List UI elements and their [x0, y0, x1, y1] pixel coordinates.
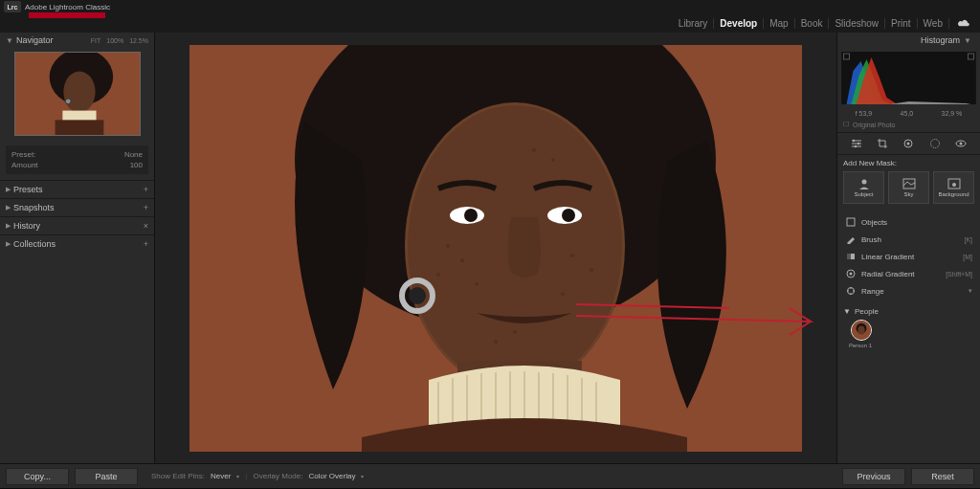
mask-background-button[interactable]: Background — [933, 171, 974, 204]
snapshots-label: Snapshots — [13, 203, 144, 212]
healing-icon[interactable] — [902, 137, 915, 150]
svg-point-11 — [464, 209, 478, 222]
chevron-right-icon: ▶ — [6, 204, 11, 211]
svg-point-59 — [850, 273, 853, 276]
linear-gradient-shortcut: [M] — [963, 254, 972, 260]
radial-gradient-icon — [845, 268, 857, 279]
svg-point-51 — [861, 180, 866, 185]
person-1-thumb[interactable] — [851, 320, 872, 341]
right-panel: Histogram ▼ f 53,9 45,0 32,9 % ☐ Origina… — [836, 33, 980, 463]
preset-label: Preset: — [11, 150, 35, 159]
svg-point-48 — [930, 140, 939, 148]
amount-value: 100 — [130, 161, 143, 169]
mask-sky-button[interactable]: Sky — [888, 171, 929, 204]
navigator-zoom-alt[interactable]: 12.5% — [129, 37, 148, 44]
main-photo — [189, 45, 802, 452]
svg-point-32 — [475, 282, 479, 286]
svg-point-33 — [570, 254, 574, 257]
people-header[interactable]: ▼ People — [843, 307, 974, 316]
bottom-toolbar: Show Edit Pins: Never ▾ | Overlay Mode: … — [144, 472, 836, 480]
paste-button[interactable]: Paste — [75, 468, 138, 485]
title-bar: Lrc Adobe Lightroom Classic — [0, 0, 980, 13]
accordion-collections[interactable]: ▶ Collections + — [0, 234, 154, 253]
navigator-header[interactable]: ▼ Navigator FIT 100% 12.5% — [0, 33, 154, 48]
clear-history-icon[interactable]: × — [144, 221, 148, 231]
tool-brush[interactable]: Brush [K] — [839, 231, 978, 248]
crop-icon[interactable] — [876, 137, 889, 150]
show-pins-value[interactable]: Never — [211, 472, 231, 480]
histogram-mm: 45,0 — [901, 110, 914, 117]
add-snapshot-icon[interactable]: + — [144, 203, 148, 212]
module-slideshow[interactable]: Slideshow — [829, 18, 885, 29]
range-label: Range — [861, 287, 969, 296]
module-library[interactable]: Library — [673, 18, 715, 29]
tool-radial-gradient[interactable]: Radial Gradient [Shift+M] — [839, 265, 978, 282]
module-book[interactable]: Book — [795, 18, 830, 29]
chevron-right-icon: ▶ — [6, 240, 11, 248]
navigator-label: Navigator — [16, 35, 91, 45]
accordion-presets[interactable]: ▶ Presets + — [0, 180, 154, 198]
brush-icon — [845, 233, 857, 245]
brush-shortcut: [K] — [964, 236, 972, 243]
svg-point-47 — [907, 143, 910, 145]
checkbox-icon: ☐ — [843, 121, 849, 128]
amount-label: Amount — [11, 161, 38, 169]
add-collection-icon[interactable]: + — [144, 239, 148, 249]
mask-background-label: Background — [938, 191, 969, 197]
edit-sliders-icon[interactable] — [850, 137, 863, 150]
histogram-label: Histogram — [843, 35, 960, 45]
accordion-snapshots[interactable]: ▶ Snapshots + — [0, 198, 154, 216]
module-web[interactable]: Web — [918, 18, 949, 29]
svg-point-15 — [409, 287, 426, 304]
overlay-mode-value[interactable]: Color Overlay — [308, 472, 355, 480]
add-preset-icon[interactable]: + — [144, 185, 148, 194]
masking-icon[interactable] — [928, 137, 942, 150]
histogram-graph[interactable] — [841, 52, 976, 104]
show-pins-label: Show Edit Pins: — [151, 472, 205, 480]
accordion-history[interactable]: ▶ History × — [0, 216, 154, 234]
range-icon — [845, 285, 857, 297]
module-map[interactable]: Map — [764, 18, 794, 29]
left-panel: ▼ Navigator FIT 100% 12.5% Preset: None … — [0, 33, 155, 463]
objects-icon — [845, 216, 857, 228]
add-mask-label: Add New Mask: — [837, 155, 980, 171]
original-photo-label: Original Photo — [853, 122, 895, 128]
navigator-thumbnail[interactable] — [14, 52, 141, 136]
navigator-zoom-100[interactable]: 100% — [106, 37, 123, 44]
svg-point-30 — [460, 258, 464, 262]
chevron-down-icon: ▾ — [236, 473, 239, 479]
chevron-right-icon: ▶ — [6, 186, 11, 193]
module-develop[interactable]: Develop — [714, 18, 764, 29]
tool-linear-gradient[interactable]: Linear Gradient [M] — [839, 248, 978, 265]
svg-point-54 — [952, 183, 956, 187]
module-print[interactable]: Print — [885, 18, 918, 29]
original-photo-toggle[interactable]: ☐ Original Photo — [837, 119, 980, 130]
tool-objects[interactable]: Objects — [839, 213, 978, 231]
histogram-header[interactable]: Histogram ▼ — [837, 33, 980, 48]
preset-info-box: Preset: None Amount 100 — [6, 145, 148, 174]
radial-gradient-label: Radial Gradient — [861, 270, 946, 278]
tool-range[interactable]: Range ▾ — [839, 282, 978, 300]
cloud-sync-icon[interactable] — [957, 18, 970, 28]
linear-gradient-label: Linear Gradient — [861, 253, 963, 261]
redeye-icon[interactable] — [954, 137, 968, 150]
previous-button[interactable]: Previous — [842, 468, 905, 485]
chevron-down-icon: ▼ — [6, 36, 13, 45]
module-bar: Library Develop Map Book Slideshow Print… — [0, 13, 980, 33]
overlay-mode-label: Overlay Mode: — [253, 472, 302, 480]
navigator-fit[interactable]: FIT — [91, 37, 101, 44]
histogram-f: f 53,9 — [856, 110, 873, 117]
people-label: People — [855, 307, 879, 316]
linear-gradient-icon — [845, 251, 857, 262]
image-viewer[interactable] — [155, 33, 836, 463]
reset-button[interactable]: Reset — [911, 468, 974, 485]
tool-strip — [837, 132, 980, 155]
svg-rect-55 — [847, 218, 855, 226]
histogram-pct: 32,9 % — [942, 110, 963, 117]
history-label: History — [13, 221, 144, 231]
svg-point-36 — [532, 148, 536, 152]
mask-subject-button[interactable]: Subject — [843, 171, 884, 204]
collections-label: Collections — [13, 239, 144, 249]
svg-point-29 — [446, 244, 450, 248]
copy-button[interactable]: Copy... — [6, 468, 69, 485]
